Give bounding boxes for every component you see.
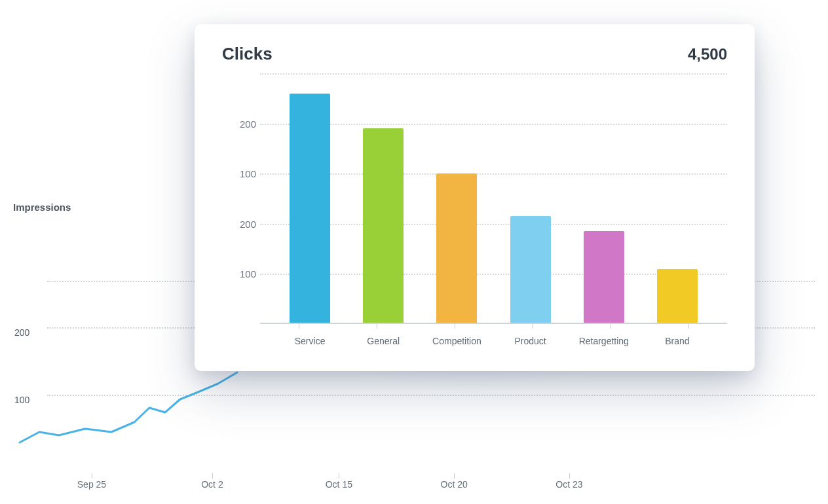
impressions-xtick: Sep 25 <box>77 479 106 490</box>
clicks-ytick: 200 <box>227 218 256 229</box>
clicks-xtick: Service <box>273 336 347 354</box>
clicks-xtick: Product <box>494 336 567 354</box>
impressions-xtick: Oct 2 <box>201 479 223 490</box>
impressions-xtick: Oct 20 <box>441 479 468 490</box>
clicks-bar <box>290 94 330 324</box>
clicks-xtick: Competition <box>420 336 493 354</box>
clicks-bar-chart: 100200100200 ServiceGeneralCompetitionPr… <box>222 73 727 354</box>
impressions-xtick: Oct 15 <box>326 479 352 490</box>
clicks-total: 4,500 <box>688 45 727 63</box>
clicks-bar <box>657 269 698 324</box>
clicks-bar <box>436 173 477 324</box>
clicks-ytick: 100 <box>227 168 256 179</box>
clicks-xtick: General <box>347 336 420 354</box>
impressions-x-axis: Sep 25Oct 2Oct 15Oct 20Oct 23 <box>47 473 815 499</box>
impressions-xtick: Oct 23 <box>555 479 582 490</box>
clicks-bar <box>584 231 624 324</box>
clicks-bar <box>510 216 551 324</box>
clicks-card: Clicks 4,500 100200100200 ServiceGeneral… <box>195 24 755 371</box>
clicks-title: Clicks <box>222 44 273 64</box>
clicks-bar <box>363 128 404 324</box>
clicks-xtick: Retargetting <box>567 336 641 354</box>
clicks-xtick: Brand <box>641 336 714 354</box>
clicks-ytick: 200 <box>227 118 256 129</box>
clicks-ytick: 100 <box>227 268 256 279</box>
